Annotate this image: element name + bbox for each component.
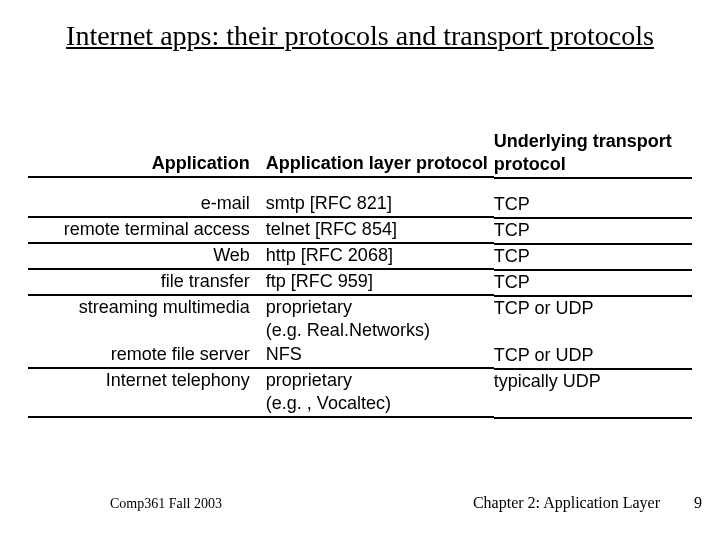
app-cell: e-mail bbox=[28, 192, 266, 218]
app-cell: Internet telephony bbox=[28, 369, 266, 418]
slide-title: Internet apps: their protocols and trans… bbox=[50, 18, 670, 53]
trans-cell: TCP bbox=[494, 193, 692, 219]
column-protocol: Application layer protocol smtp [RFC 821… bbox=[266, 130, 494, 419]
app-cell: remote terminal access bbox=[28, 218, 266, 244]
header-application: Application bbox=[28, 130, 266, 178]
app-cell: remote file server bbox=[28, 343, 266, 369]
table: Application e-mail remote terminal acces… bbox=[28, 130, 692, 419]
proto-cell: ftp [RFC 959] bbox=[266, 270, 494, 296]
proto-cell: http [RFC 2068] bbox=[266, 244, 494, 270]
app-cell: Web bbox=[28, 244, 266, 270]
footer-course: Comp361 Fall 2003 bbox=[110, 496, 222, 512]
trans-cell: TCP bbox=[494, 219, 692, 245]
trans-cell: TCP bbox=[494, 245, 692, 271]
header-protocol: Application layer protocol bbox=[266, 130, 494, 178]
page-number: 9 bbox=[694, 494, 702, 512]
proto-cell: NFS bbox=[266, 343, 494, 369]
proto-cell: proprietary (e.g. , Vocaltec) bbox=[266, 369, 494, 418]
column-application: Application e-mail remote terminal acces… bbox=[28, 130, 266, 419]
app-cell: file transfer bbox=[28, 270, 266, 296]
footer-chapter: Chapter 2: Application Layer bbox=[473, 494, 660, 512]
trans-cell: TCP or UDP bbox=[494, 297, 692, 344]
trans-cell: typically UDP bbox=[494, 370, 692, 419]
proto-cell: proprietary (e.g. Real.Networks) bbox=[266, 296, 494, 343]
trans-cell: TCP bbox=[494, 271, 692, 297]
column-transport: Underlying transport protocol TCP TCP TC… bbox=[494, 130, 692, 419]
header-transport: Underlying transport protocol bbox=[494, 130, 692, 179]
proto-cell: telnet [RFC 854] bbox=[266, 218, 494, 244]
app-cell: streaming multimedia bbox=[28, 296, 266, 343]
slide: Internet apps: their protocols and trans… bbox=[0, 0, 720, 540]
trans-cell: TCP or UDP bbox=[494, 344, 692, 370]
proto-cell: smtp [RFC 821] bbox=[266, 192, 494, 218]
